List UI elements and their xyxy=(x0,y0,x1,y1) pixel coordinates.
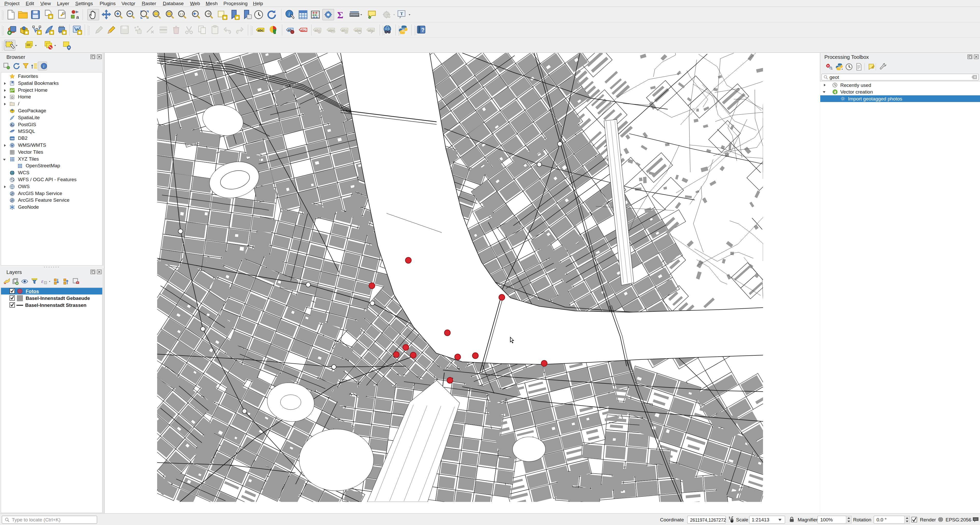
svg-text:DB2: DB2 xyxy=(11,138,14,140)
svg-text:Σ: Σ xyxy=(337,10,344,20)
svg-text:1:1: 1:1 xyxy=(180,13,184,16)
svg-text:i: i xyxy=(288,11,290,17)
svg-text:a: a xyxy=(76,14,79,20)
svg-text:?: ? xyxy=(421,27,425,33)
svg-text:ε: ε xyxy=(41,278,43,284)
svg-text:abc: abc xyxy=(258,28,264,32)
svg-text:abc: abc xyxy=(300,28,306,32)
svg-text:i: i xyxy=(43,64,45,69)
svg-text:T: T xyxy=(400,11,403,16)
